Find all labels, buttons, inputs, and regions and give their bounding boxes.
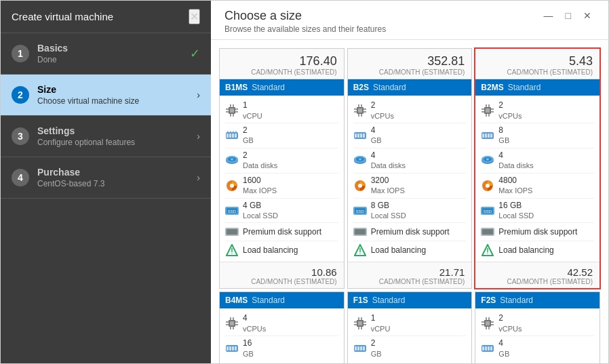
step-chevron-3: ›	[197, 131, 200, 142]
step-list: 1 Basics Done ✓ 2 Size Choose virtual ma…	[1, 33, 211, 363]
left-panel-close-button[interactable]: ✕	[189, 9, 200, 24]
step-title-3: Settings	[37, 125, 191, 136]
size-tier-f1s: Standard	[372, 296, 406, 305]
size-name-b2ms: B2MS	[481, 83, 503, 92]
cpu-text-f1s: 1 vCPU	[371, 313, 391, 333]
iops-text-b1ms: 1600 Max IOPS	[243, 176, 277, 196]
size-features-b1ms: 1 vCPU 2 GB 2 Data disks	[220, 96, 344, 262]
svg-rect-46	[360, 134, 362, 138]
size-price-amount-b2ms: 5.43	[482, 54, 593, 68]
cpu-text-b2s: 2 vCPUs	[371, 100, 394, 121]
minimize-button[interactable]: —	[541, 9, 557, 22]
size-card-f2s[interactable]: F2S Standard 2 vCPUs	[475, 291, 600, 363]
step-number-4: 4	[12, 169, 29, 186]
feature-premium-b2ms: Premium disk support	[481, 223, 594, 241]
cpu-text-b4ms: 4 vCPUs	[243, 313, 266, 333]
step-item-basics[interactable]: 1 Basics Done ✓	[1, 33, 211, 75]
size-tier-f2s: Standard	[500, 296, 533, 305]
disk-icon-b2s	[353, 154, 367, 167]
right-header-controls: — □ ✕	[541, 9, 595, 22]
size-card-b1ms[interactable]: 176.40 CAD/MONTH (ESTIMATED) B1MS Standa…	[219, 48, 345, 289]
svg-rect-14	[235, 134, 237, 138]
size-tier-b2ms: Standard	[508, 83, 541, 92]
size-price-amount-b1ms: 176.40	[227, 54, 337, 68]
premium-icon-b2ms	[481, 225, 494, 239]
size-card-b4ms[interactable]: B4MS Standard 4 vCPUs	[219, 291, 345, 363]
size-name-b4ms: B4MS	[225, 296, 248, 305]
feature-cpu-b4ms: 4 vCPUs	[225, 311, 338, 336]
size-tier-b4ms: Standard	[252, 296, 285, 305]
feature-lb-b2ms: Load balancing	[481, 241, 594, 259]
ssd-icon-b2ms: SSD	[481, 204, 494, 218]
svg-text:SSD: SSD	[228, 209, 237, 214]
size-tier-b2s: Standard	[373, 83, 406, 92]
size-name-f2s: F2S	[481, 296, 496, 305]
footer-price-b2ms: 42.52	[482, 266, 593, 278]
left-panel: Create virtual machine ✕ 1 Basics Done ✓…	[1, 1, 211, 363]
step-check-1: ✓	[190, 46, 200, 61]
size-card-b2s[interactable]: 352.81 CAD/MONTH (ESTIMATED) B2S Standar…	[347, 48, 473, 289]
size-features-f2s: 2 vCPUs 4 GB	[475, 308, 600, 363]
cpu-icon-f1s	[353, 317, 367, 330]
step-desc-1: Done	[37, 55, 184, 64]
step-desc-2: Choose virtual machine size	[37, 96, 191, 106]
svg-rect-87	[482, 229, 493, 235]
mem-text-f2s: 4 GB	[498, 338, 509, 359]
svg-rect-75	[488, 134, 490, 138]
size-price-label-b2ms: CAD/MONTH (ESTIMATED)	[482, 68, 593, 76]
feature-iops-b2ms: 4800 Max IOPS	[481, 174, 594, 199]
step-title-2: Size	[37, 84, 191, 95]
mem-text-f1s: 2 GB	[371, 338, 382, 359]
ssd-text-b2ms: 16 GB Local SSD	[498, 201, 534, 221]
svg-rect-47	[363, 134, 365, 138]
iops-icon-b2ms	[481, 179, 494, 193]
svg-point-80	[486, 158, 489, 160]
svg-rect-74	[485, 134, 487, 138]
step-item-settings[interactable]: 3 Settings Configure optional features ›	[1, 116, 211, 157]
feature-cpu-f2s: 2 vCPUs	[481, 311, 594, 336]
premium-text-b2ms: Premium disk support	[498, 227, 577, 238]
svg-rect-76	[490, 134, 492, 138]
size-name-b2s: B2S	[353, 83, 369, 92]
feature-mem-b2s: 4 GB	[353, 123, 467, 148]
premium-text-b1ms: Premium disk support	[243, 227, 321, 238]
disk-text-b2ms: 4 Data disks	[498, 150, 533, 171]
svg-rect-34	[358, 108, 362, 113]
svg-rect-117	[355, 346, 357, 350]
feature-premium-b1ms: Premium disk support	[225, 223, 338, 241]
cpu-icon-b2ms	[481, 104, 494, 117]
step-number-2: 2	[12, 86, 29, 104]
step-item-size[interactable]: 2 Size Choose virtual machine size ›	[1, 75, 211, 116]
step-chevron-4: ›	[197, 172, 200, 183]
lb-icon-b1ms	[225, 243, 239, 257]
right-header: Choose a size Browse the available sizes…	[211, 1, 608, 40]
feature-premium-b2s: Premium disk support	[353, 223, 467, 241]
step-chevron-2: ›	[197, 89, 200, 100]
maximize-button[interactable]: □	[562, 9, 574, 22]
step-title-1: Basics	[37, 43, 184, 54]
size-price-amount-b2s: 352.81	[355, 54, 465, 68]
close-button[interactable]: ✕	[580, 9, 595, 22]
footer-price-b1ms: 10.86	[227, 266, 337, 278]
feature-cpu-b1ms: 1 vCPU	[225, 98, 338, 123]
size-card-f1s[interactable]: F1S Standard 1 vCPU	[347, 291, 473, 363]
step-desc-4: CentOS-based 7.3	[37, 179, 191, 188]
size-grid: 176.40 CAD/MONTH (ESTIMATED) B1MS Standa…	[211, 40, 608, 363]
premium-icon-b1ms	[225, 225, 239, 239]
size-card-b2ms[interactable]: 5.43 CAD/MONTH (ESTIMATED) B2MS Standard…	[474, 47, 601, 289]
disk-text-b2s: 4 Data disks	[371, 150, 406, 171]
size-footer-b2s: 21.71 CAD/MONTH (ESTIMATED)	[348, 262, 472, 288]
footer-label-b1ms: CAD/MONTH (ESTIMATED)	[227, 278, 337, 285]
feature-cpu-f1s: 1 vCPU	[353, 311, 467, 336]
step-item-purchase[interactable]: 4 Purchase CentOS-based 7.3 ›	[1, 157, 211, 199]
mem-text-b2s: 4 GB	[371, 125, 382, 146]
svg-rect-105	[235, 346, 237, 350]
size-price-b2s: 352.81 CAD/MONTH (ESTIMATED)	[348, 49, 472, 79]
cpu-text-f2s: 2 vCPUs	[498, 313, 522, 333]
step-content-2: Size Choose virtual machine size	[37, 84, 191, 106]
step-title-4: Purchase	[37, 167, 191, 178]
svg-rect-12	[229, 134, 231, 138]
svg-point-32	[231, 253, 233, 254]
right-panel-subtitle: Browse the available sizes and their fea…	[224, 24, 386, 34]
size-features-b4ms: 4 vCPUs 16 GB	[220, 308, 344, 363]
